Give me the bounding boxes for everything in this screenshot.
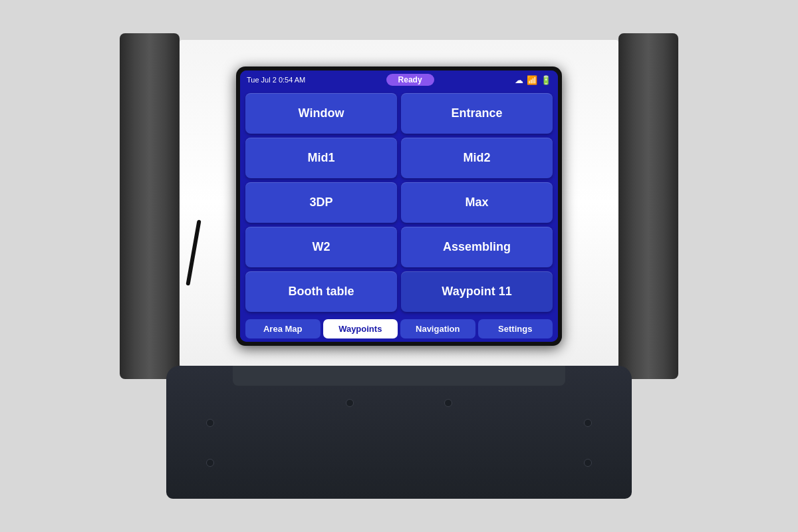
rail-right: [618, 33, 678, 379]
screw: [584, 459, 592, 467]
tab-navigation[interactable]: Navigation: [400, 319, 475, 338]
screw: [346, 399, 354, 407]
status-bar: Tue Jul 2 0:54 AM Ready ☁ 📶 🔋: [240, 70, 558, 89]
cradle: [166, 366, 632, 499]
screw: [444, 399, 452, 407]
waypoint-btn-window[interactable]: Window: [245, 93, 397, 134]
screw: [584, 419, 592, 427]
waypoint-btn-mid1[interactable]: Mid1: [245, 138, 397, 178]
cloud-icon: ☁: [515, 75, 523, 85]
waypoints-grid: WindowEntranceMid1Mid23DPMaxW2Assembling…: [240, 89, 558, 316]
screw: [206, 459, 214, 467]
waypoint-btn-waypoint11[interactable]: Waypoint 11: [401, 271, 553, 312]
cradle-top: [233, 366, 565, 386]
status-time: Tue Jul 2 0:54 AM: [247, 76, 305, 84]
waypoint-btn-w2[interactable]: W2: [245, 227, 397, 267]
waypoint-btn-3dp[interactable]: 3DP: [245, 182, 397, 223]
waypoint-btn-max[interactable]: Max: [401, 182, 553, 223]
wifi-icon: 📶: [527, 75, 537, 85]
waypoint-btn-assembling[interactable]: Assembling: [401, 227, 553, 267]
status-icons: ☁ 📶 🔋: [515, 75, 551, 85]
rail-left: [120, 33, 180, 379]
screw: [206, 419, 214, 427]
tab-area-map[interactable]: Area Map: [245, 319, 321, 338]
tab-waypoints[interactable]: Waypoints: [323, 319, 398, 338]
screen: Tue Jul 2 0:54 AM Ready ☁ 📶 🔋 WindowEntr…: [240, 70, 558, 342]
status-badge: Ready: [386, 74, 434, 86]
waypoint-btn-mid2[interactable]: Mid2: [401, 138, 553, 178]
tab-settings[interactable]: Settings: [478, 319, 553, 338]
tab-bar: Area MapWaypointsNavigationSettings: [240, 316, 558, 342]
screen-bezel: Tue Jul 2 0:54 AM Ready ☁ 📶 🔋 WindowEntr…: [236, 66, 562, 346]
waypoint-btn-booth-table[interactable]: Booth table: [245, 271, 397, 312]
device-frame: Tue Jul 2 0:54 AM Ready ☁ 📶 🔋 WindowEntr…: [100, 33, 698, 499]
waypoint-btn-entrance[interactable]: Entrance: [401, 93, 553, 134]
battery-icon: 🔋: [541, 75, 551, 85]
